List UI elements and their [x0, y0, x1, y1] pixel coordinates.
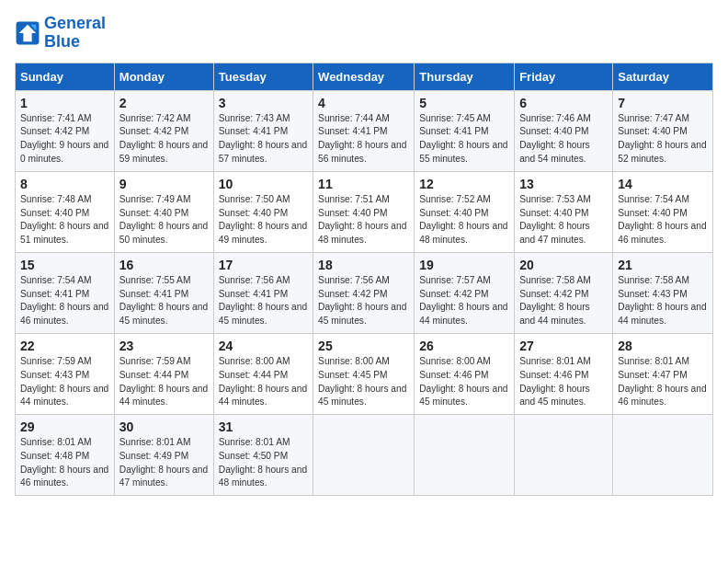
- day-info: Sunrise: 8:00 AMSunset: 4:45 PMDaylight:…: [318, 355, 409, 409]
- day-number: 4: [318, 96, 409, 110]
- day-number: 22: [20, 339, 109, 353]
- calendar-table: SundayMondayTuesdayWednesdayThursdayFrid…: [15, 63, 713, 497]
- day-info: Sunrise: 7:59 AMSunset: 4:43 PMDaylight:…: [20, 355, 109, 409]
- day-cell: 7Sunrise: 7:47 AMSunset: 4:40 PMDaylight…: [613, 90, 713, 171]
- day-number: 23: [119, 339, 209, 353]
- day-cell: 8Sunrise: 7:48 AMSunset: 4:40 PMDaylight…: [16, 171, 115, 252]
- day-info: Sunrise: 8:01 AMSunset: 4:48 PMDaylight:…: [20, 436, 109, 490]
- day-number: 7: [618, 96, 708, 110]
- day-number: 12: [419, 177, 509, 191]
- day-info: Sunrise: 7:54 AMSunset: 4:41 PMDaylight:…: [20, 274, 109, 328]
- day-cell: 1Sunrise: 7:41 AMSunset: 4:42 PMDaylight…: [16, 90, 115, 171]
- day-cell: [415, 415, 515, 496]
- day-cell: [313, 415, 415, 496]
- day-cell: 19Sunrise: 7:57 AMSunset: 4:42 PMDayligh…: [415, 252, 515, 333]
- day-cell: 9Sunrise: 7:49 AMSunset: 4:40 PMDaylight…: [114, 171, 213, 252]
- day-info: Sunrise: 7:52 AMSunset: 4:40 PMDaylight:…: [419, 193, 509, 247]
- day-number: 17: [219, 258, 308, 272]
- day-cell: 11Sunrise: 7:51 AMSunset: 4:40 PMDayligh…: [313, 171, 415, 252]
- day-info: Sunrise: 8:01 AMSunset: 4:47 PMDaylight:…: [618, 355, 708, 409]
- col-header-saturday: Saturday: [613, 63, 713, 90]
- col-header-tuesday: Tuesday: [213, 63, 313, 90]
- day-info: Sunrise: 7:58 AMSunset: 4:42 PMDaylight:…: [519, 274, 608, 328]
- day-number: 3: [219, 96, 308, 110]
- logo: GeneralBlue: [15, 15, 106, 52]
- day-cell: [613, 415, 713, 496]
- day-number: 9: [119, 177, 209, 191]
- day-number: 29: [20, 419, 109, 434]
- day-info: Sunrise: 7:42 AMSunset: 4:42 PMDaylight:…: [119, 112, 209, 167]
- logo-text: GeneralBlue: [44, 15, 106, 52]
- day-number: 16: [119, 258, 209, 272]
- day-cell: 17Sunrise: 7:56 AMSunset: 4:41 PMDayligh…: [213, 252, 313, 333]
- day-info: Sunrise: 7:43 AMSunset: 4:41 PMDaylight:…: [219, 112, 308, 167]
- day-cell: [515, 415, 613, 496]
- day-info: Sunrise: 8:01 AMSunset: 4:50 PMDaylight:…: [219, 436, 308, 490]
- day-number: 11: [318, 177, 409, 191]
- day-cell: 6Sunrise: 7:46 AMSunset: 4:40 PMDaylight…: [515, 90, 613, 171]
- day-cell: 13Sunrise: 7:53 AMSunset: 4:40 PMDayligh…: [515, 171, 613, 252]
- day-info: Sunrise: 7:57 AMSunset: 4:42 PMDaylight:…: [419, 274, 509, 328]
- col-header-friday: Friday: [515, 63, 613, 90]
- day-info: Sunrise: 7:50 AMSunset: 4:40 PMDaylight:…: [219, 193, 308, 247]
- calendar-header-row: SundayMondayTuesdayWednesdayThursdayFrid…: [16, 63, 713, 90]
- day-info: Sunrise: 7:48 AMSunset: 4:40 PMDaylight:…: [20, 193, 109, 247]
- day-info: Sunrise: 7:53 AMSunset: 4:40 PMDaylight:…: [519, 193, 608, 247]
- week-row-5: 29Sunrise: 8:01 AMSunset: 4:48 PMDayligh…: [16, 415, 713, 496]
- day-cell: 14Sunrise: 7:54 AMSunset: 4:40 PMDayligh…: [613, 171, 713, 252]
- day-number: 2: [119, 96, 209, 110]
- day-info: Sunrise: 8:00 AMSunset: 4:44 PMDaylight:…: [219, 355, 308, 409]
- day-cell: 12Sunrise: 7:52 AMSunset: 4:40 PMDayligh…: [415, 171, 515, 252]
- day-info: Sunrise: 7:55 AMSunset: 4:41 PMDaylight:…: [119, 274, 209, 328]
- day-info: Sunrise: 7:56 AMSunset: 4:42 PMDaylight:…: [318, 274, 409, 328]
- day-number: 18: [318, 258, 409, 272]
- day-cell: 27Sunrise: 8:01 AMSunset: 4:46 PMDayligh…: [515, 333, 613, 414]
- day-cell: 28Sunrise: 8:01 AMSunset: 4:47 PMDayligh…: [613, 333, 713, 414]
- day-number: 15: [20, 258, 109, 272]
- day-number: 10: [219, 177, 308, 191]
- day-info: Sunrise: 7:49 AMSunset: 4:40 PMDaylight:…: [119, 193, 209, 247]
- day-number: 1: [20, 96, 109, 110]
- day-cell: 15Sunrise: 7:54 AMSunset: 4:41 PMDayligh…: [16, 252, 115, 333]
- day-cell: 25Sunrise: 8:00 AMSunset: 4:45 PMDayligh…: [313, 333, 415, 414]
- day-cell: 23Sunrise: 7:59 AMSunset: 4:44 PMDayligh…: [114, 333, 213, 414]
- day-info: Sunrise: 8:00 AMSunset: 4:46 PMDaylight:…: [419, 355, 509, 409]
- col-header-thursday: Thursday: [415, 63, 515, 90]
- day-cell: 29Sunrise: 8:01 AMSunset: 4:48 PMDayligh…: [16, 415, 115, 496]
- day-cell: 2Sunrise: 7:42 AMSunset: 4:42 PMDaylight…: [114, 90, 213, 171]
- day-number: 19: [419, 258, 509, 272]
- day-info: Sunrise: 7:58 AMSunset: 4:43 PMDaylight:…: [618, 274, 708, 328]
- logo-icon: [15, 20, 40, 46]
- week-row-3: 15Sunrise: 7:54 AMSunset: 4:41 PMDayligh…: [16, 252, 713, 333]
- page-header: GeneralBlue: [15, 15, 713, 52]
- col-header-monday: Monday: [114, 63, 213, 90]
- day-number: 20: [519, 258, 608, 272]
- day-cell: 3Sunrise: 7:43 AMSunset: 4:41 PMDaylight…: [213, 90, 313, 171]
- day-number: 13: [519, 177, 608, 191]
- day-cell: 21Sunrise: 7:58 AMSunset: 4:43 PMDayligh…: [613, 252, 713, 333]
- day-info: Sunrise: 7:41 AMSunset: 4:42 PMDaylight:…: [20, 112, 109, 167]
- day-cell: 10Sunrise: 7:50 AMSunset: 4:40 PMDayligh…: [213, 171, 313, 252]
- day-info: Sunrise: 7:46 AMSunset: 4:40 PMDaylight:…: [519, 112, 608, 167]
- col-header-sunday: Sunday: [16, 63, 115, 90]
- calendar-body: 1Sunrise: 7:41 AMSunset: 4:42 PMDaylight…: [16, 90, 713, 496]
- day-number: 24: [219, 339, 308, 353]
- day-cell: 20Sunrise: 7:58 AMSunset: 4:42 PMDayligh…: [515, 252, 613, 333]
- day-number: 30: [119, 419, 209, 434]
- day-cell: 30Sunrise: 8:01 AMSunset: 4:49 PMDayligh…: [114, 415, 213, 496]
- day-info: Sunrise: 7:56 AMSunset: 4:41 PMDaylight:…: [219, 274, 308, 328]
- week-row-1: 1Sunrise: 7:41 AMSunset: 4:42 PMDaylight…: [16, 90, 713, 171]
- day-cell: 5Sunrise: 7:45 AMSunset: 4:41 PMDaylight…: [415, 90, 515, 171]
- day-info: Sunrise: 7:59 AMSunset: 4:44 PMDaylight:…: [119, 355, 209, 409]
- day-info: Sunrise: 7:45 AMSunset: 4:41 PMDaylight:…: [419, 112, 509, 167]
- col-header-wednesday: Wednesday: [313, 63, 415, 90]
- week-row-2: 8Sunrise: 7:48 AMSunset: 4:40 PMDaylight…: [16, 171, 713, 252]
- day-number: 6: [519, 96, 608, 110]
- day-number: 5: [419, 96, 509, 110]
- day-number: 26: [419, 339, 509, 353]
- day-number: 28: [618, 339, 708, 353]
- day-number: 25: [318, 339, 409, 353]
- day-info: Sunrise: 7:47 AMSunset: 4:40 PMDaylight:…: [618, 112, 708, 167]
- day-number: 31: [219, 419, 308, 434]
- day-info: Sunrise: 7:54 AMSunset: 4:40 PMDaylight:…: [618, 193, 708, 247]
